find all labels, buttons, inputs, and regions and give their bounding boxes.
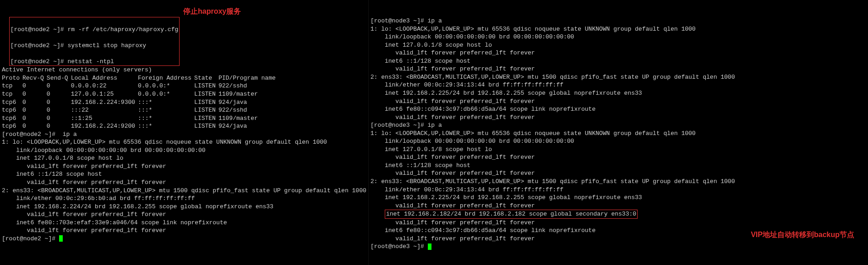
netstat-row: tcp600192.168.2.224:9300:::*LISTEN924/ja… <box>2 98 278 107</box>
ip-output-line: valid_lft forever preferred_lft forever <box>371 235 535 242</box>
prompt: [root@node2 ~]# <box>2 235 59 242</box>
ip-output-line: valid_lft forever preferred_lft forever <box>2 179 166 186</box>
ip-output-line: inet6 ::1/128 scope host <box>2 171 102 178</box>
netstat-row: tcp00127.0.0.1:250.0.0.0:*LISTEN1109/mas… <box>2 90 278 98</box>
ip-output-line: inet 127.0.0.1/8 scope host lo <box>371 42 492 49</box>
ip-output-line: valid_lft forever preferred_lft forever <box>2 163 166 170</box>
prompt: [root@node2 ~]# <box>11 26 68 33</box>
ip-output-line: valid_lft forever preferred_lft forever <box>371 170 535 177</box>
command-ip-a: ip a <box>428 17 442 24</box>
ip-output-line: link/ether 00:0c:29:34:13:44 brd ff:ff:f… <box>371 186 563 193</box>
ip-output-line: inet6 fe80::c094:3c97:db66:d5aa/64 scope… <box>371 106 595 113</box>
ip-output-line: link/loopback 00:00:00:00:00:00 brd 00:0… <box>371 33 574 40</box>
annotation-stop-haproxy: 停止haproxy服务 <box>183 6 241 16</box>
terminal-node2[interactable]: 停止haproxy服务 [root@node2 ~]# rm -rf /etc/… <box>0 0 369 265</box>
highlight-box-commands: [root@node2 ~]# rm -rf /etc/haproxy/hapr… <box>9 17 180 66</box>
cursor-icon <box>59 235 63 242</box>
command-rm: rm -rf /etc/haproxy/haproxy.cfg <box>67 26 178 33</box>
ip-output-line: 1: lo: <LOOPBACK,UP,LOWER_UP> mtu 65536 … <box>371 26 696 32</box>
terminal-node3[interactable]: VIP地址自动转移到backup节点 [root@node3 ~]# ip a … <box>369 0 868 265</box>
ip-output-line: link/loopback 00:00:00:00:00:00 brd 00:0… <box>2 147 206 154</box>
prompt: [root@node3 ~]# <box>371 243 428 250</box>
command-ip-a: ip a <box>428 122 442 129</box>
ip-output-line: valid_lft forever preferred_lft forever <box>2 227 166 234</box>
prompt: [root@node2 ~]# <box>11 58 68 65</box>
highlight-box-vip: inet 192.168.2.182/24 brd 192.168.2.182 … <box>385 210 638 219</box>
command-netstat: netstat -ntpl <box>67 58 114 65</box>
netstat-header-row: ProtoRecv-QSend-QLocal AddressForeign Ad… <box>2 74 278 82</box>
netstat-row: tcp600192.168.2.224:9200:::*LISTEN924/ja… <box>2 122 278 130</box>
ip-output-line: valid_lft forever preferred_lft forever <box>371 114 535 121</box>
ip-output-line: valid_lft forever preferred_lft forever <box>2 211 166 218</box>
ip-output-line: inet 192.168.2.225/24 brd 192.168.2.255 … <box>371 194 642 201</box>
netstat-row: tcp000.0.0.0:220.0.0.0:*LISTEN922/sshd <box>2 82 278 90</box>
ip-output-line: valid_lft forever preferred_lft forever <box>371 202 535 209</box>
ip-output-line: link/loopback 00:00:00:00:00:00 brd 00:0… <box>371 138 574 145</box>
prompt: [root@node3 ~]# <box>371 122 428 129</box>
prompt: [root@node2 ~]# <box>11 42 68 49</box>
cursor-icon <box>428 243 431 250</box>
netstat-table: ProtoRecv-QSend-QLocal AddressForeign Ad… <box>2 74 278 130</box>
ip-output-line: 2: ens33: <BROADCAST,MULTICAST,UP,LOWER_… <box>371 178 735 185</box>
command-ip-a: ip a <box>63 131 77 138</box>
ip-output-line: inet 192.168.2.225/24 brd 192.168.2.255 … <box>371 90 642 97</box>
netstat-row: tcp600:::22:::*LISTEN922/sshd <box>2 106 278 114</box>
annotation-vip-move: VIP地址自动转移到backup节点 <box>751 230 854 240</box>
ip-output-line: link/ether 00:0c:29:34:13:44 brd ff:ff:f… <box>371 81 563 88</box>
ip-output-line: valid_lft forever preferred_lft forever <box>371 98 535 105</box>
ip-output-line: valid_lft forever preferred_lft forever <box>371 154 535 161</box>
netstat-row: tcp600::1:25:::*LISTEN1109/master <box>2 114 278 123</box>
ip-output-line: valid_lft forever preferred_lft forever <box>371 49 535 56</box>
ip-output-line: link/ether 00:0c:29:6b:b0:ad brd ff:ff:f… <box>2 195 195 202</box>
ip-output-line: inet6 ::1/128 scope host <box>371 162 470 169</box>
ip-output-line: inet6 ::1/128 scope host <box>371 58 470 65</box>
ip-output-line: 2: ens33: <BROADCAST,MULTICAST,UP,LOWER_… <box>2 187 366 194</box>
ip-output-line: inet6 fe80::703e:efaf:33e9:a046/64 scope… <box>2 219 227 226</box>
command-systemctl-stop: systemctl stop haproxy <box>67 42 146 49</box>
ip-output-line: inet 127.0.0.1/8 scope host lo <box>371 146 492 153</box>
ip-output-line: valid_lft forever preferred_lft forever <box>371 65 535 72</box>
ip-output-line: valid_lft forever preferred_lft forever <box>371 219 535 226</box>
ip-output-line: inet 192.168.2.224/24 brd 192.168.2.255 … <box>2 203 273 210</box>
prompt: [root@node2 ~]# <box>2 131 63 138</box>
ip-output-line: inet 127.0.0.1/8 scope host lo <box>2 155 123 162</box>
ip-output-line: inet6 fe80::c094:3c97:db66:d5aa/64 scope… <box>371 227 595 234</box>
prompt: [root@node3 ~]# <box>371 17 428 24</box>
ip-output-line: 1: lo: <LOOPBACK,UP,LOWER_UP> mtu 65536 … <box>2 139 327 146</box>
ip-output-line: 2: ens33: <BROADCAST,MULTICAST,UP,LOWER_… <box>371 74 735 81</box>
ip-output-line: 1: lo: <LOOPBACK,UP,LOWER_UP> mtu 65536 … <box>371 130 696 137</box>
netstat-title: Active Internet connections (only server… <box>2 66 152 73</box>
